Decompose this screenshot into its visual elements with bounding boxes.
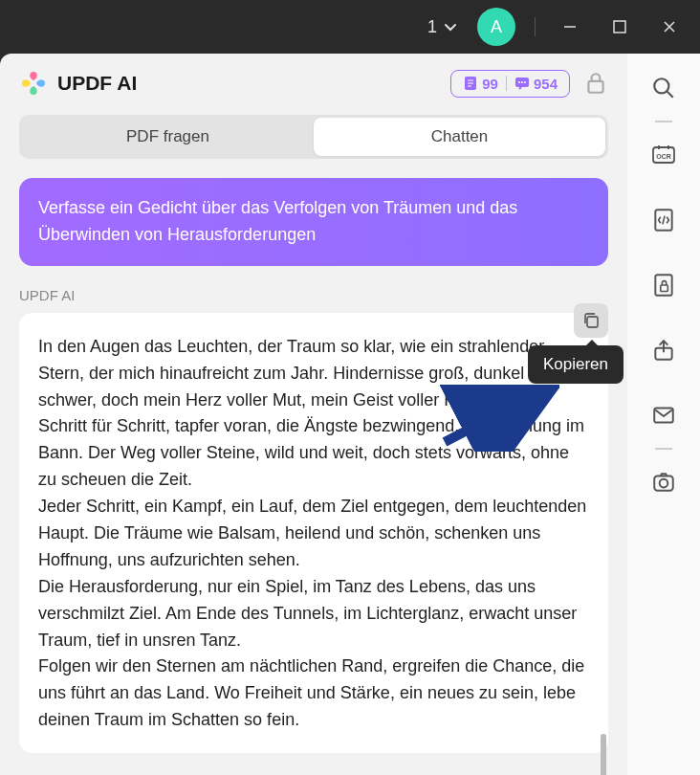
svg-rect-16	[654, 476, 673, 491]
svg-point-17	[660, 479, 668, 488]
divider	[535, 17, 536, 36]
lock-icon[interactable]	[583, 71, 608, 96]
svg-point-3	[518, 81, 520, 83]
mode-tabs: PDF fragen Chatten	[19, 115, 608, 159]
app-title: UPDF AI	[57, 72, 137, 95]
titlebar: 1 A	[0, 0, 700, 54]
search-icon[interactable]	[648, 73, 679, 103]
svg-rect-0	[614, 21, 625, 33]
credit-doc-count: 99	[482, 76, 498, 92]
updf-logo-icon	[19, 69, 48, 98]
response-paragraph: In den Augen das Leuchten, der Traum so …	[38, 334, 589, 414]
svg-text:OCR: OCR	[656, 153, 671, 160]
tab-chatten[interactable]: Chatten	[314, 118, 605, 156]
maximize-button[interactable]	[604, 11, 635, 42]
divider	[506, 76, 507, 91]
copy-icon	[581, 311, 601, 330]
tab-count-value: 1	[427, 17, 437, 37]
svg-point-4	[521, 81, 523, 83]
response-paragraph: Jeder Schritt, ein Kampf, ein Lauf, dem …	[38, 494, 589, 574]
share-icon[interactable]	[648, 335, 679, 365]
panel-header: UPDF AI 99 954	[19, 69, 608, 98]
ai-response: In den Augen das Leuchten, der Traum so …	[19, 313, 608, 753]
svg-point-5	[524, 81, 526, 83]
convert-icon[interactable]	[648, 205, 679, 235]
credit-chat-count: 954	[534, 76, 558, 92]
chevron-down-icon	[443, 19, 458, 34]
divider	[655, 448, 672, 450]
document-icon	[463, 76, 478, 91]
scrollbar[interactable]	[601, 734, 606, 753]
response-paragraph: Folgen wir den Sternen am nächtlichen Ra…	[38, 653, 589, 734]
response-container: Kopieren In den Augen das Leuchten, der …	[19, 313, 608, 753]
copy-button[interactable]	[574, 303, 608, 338]
user-prompt: Verfasse ein Gedicht über das Verfolgen …	[19, 178, 608, 266]
avatar[interactable]: A	[477, 8, 515, 46]
copy-tooltip: Kopieren	[528, 345, 623, 384]
svg-rect-7	[587, 317, 598, 327]
tool-sidebar: OCR	[627, 54, 700, 775]
chat-icon	[514, 76, 530, 91]
tab-pdf-fragen[interactable]: PDF fragen	[22, 118, 314, 156]
svg-rect-13	[661, 285, 668, 292]
mail-icon[interactable]	[648, 400, 679, 431]
response-paragraph: Die Herausforderung, nur ein Spiel, im T…	[38, 574, 589, 654]
close-button[interactable]	[654, 11, 685, 42]
credits-badge[interactable]: 99 954	[450, 70, 570, 98]
divider	[655, 121, 672, 122]
tab-count[interactable]: 1	[427, 17, 458, 37]
protect-icon[interactable]	[648, 270, 679, 300]
ocr-icon[interactable]: OCR	[648, 140, 679, 170]
screenshot-icon[interactable]	[648, 467, 679, 498]
minimize-button[interactable]	[555, 11, 585, 42]
chat-panel: UPDF AI 99 954	[0, 54, 627, 775]
response-paragraph: Schritt für Schritt, tapfer voran, die Ä…	[38, 413, 589, 494]
svg-rect-6	[588, 81, 602, 93]
svg-point-8	[654, 78, 668, 93]
ai-sender-label: UPDF AI	[19, 287, 608, 303]
avatar-letter: A	[491, 17, 502, 37]
